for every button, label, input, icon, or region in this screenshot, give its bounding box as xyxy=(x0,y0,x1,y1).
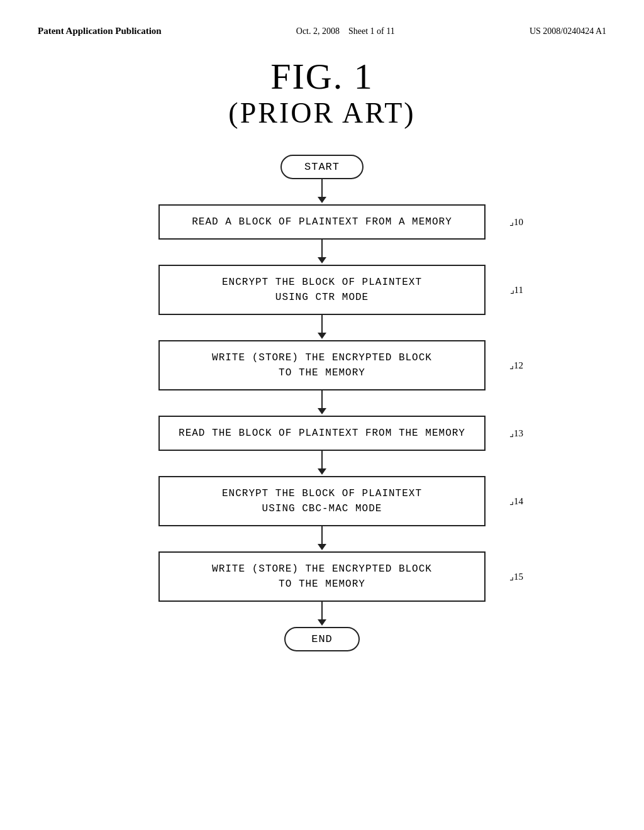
flowchart: START READ A BLOCK OF PLAINTEXT FROM A M… xyxy=(38,155,606,651)
step-13-box: READ THE BLOCK OF PLAINTEXT FROM THE MEM… xyxy=(158,416,486,451)
arrow-line xyxy=(321,240,323,257)
step-11-wrapper: ENCRYPT THE BLOCK OF PLAINTEXTUSING CTR … xyxy=(158,265,486,315)
step-12-label: ⌞12 xyxy=(509,360,523,371)
step-11-label: ⌞11 xyxy=(510,284,523,296)
arrow-head xyxy=(318,619,326,626)
arrow-2 xyxy=(318,240,326,265)
step-13-wrapper: READ THE BLOCK OF PLAINTEXT FROM THE MEM… xyxy=(158,416,486,451)
arrow-1 xyxy=(318,179,326,204)
arrow-line xyxy=(321,451,323,468)
header-date-sheet: Oct. 2, 2008 Sheet 1 of 11 xyxy=(296,25,395,36)
end-terminal: END xyxy=(284,627,360,651)
arrow-line xyxy=(321,315,323,333)
arrow-head xyxy=(318,333,326,339)
step-14-wrapper: ENCRYPT THE BLOCK OF PLAINTEXTUSING CBC-… xyxy=(158,476,486,526)
step-10-label: ⌞10 xyxy=(509,216,523,228)
header-publication-label: Patent Application Publication xyxy=(38,25,162,38)
figure-title-sub: (PRIOR ART) xyxy=(38,96,606,130)
step-10-wrapper: READ A BLOCK OF PLAINTEXT FROM A MEMORY … xyxy=(158,204,486,240)
step-13-label: ⌞13 xyxy=(509,428,523,439)
step-15-label: ⌞15 xyxy=(509,571,523,582)
arrow-head xyxy=(318,544,326,550)
step-12-wrapper: WRITE (STORE) THE ENCRYPTED BLOCKTO THE … xyxy=(158,340,486,390)
step-14-box: ENCRYPT THE BLOCK OF PLAINTEXTUSING CBC-… xyxy=(158,476,486,526)
arrow-line xyxy=(321,526,323,544)
header-patent-number: US 2008/0240424 A1 xyxy=(530,25,606,36)
start-terminal: START xyxy=(280,155,364,179)
step-14-label: ⌞14 xyxy=(509,495,523,507)
arrow-4 xyxy=(318,390,326,416)
figure-title: FIG. 1 (PRIOR ART) xyxy=(38,57,606,130)
arrow-7 xyxy=(318,602,326,627)
arrow-5 xyxy=(318,451,326,476)
arrow-line xyxy=(321,179,323,197)
page: Patent Application Publication Oct. 2, 2… xyxy=(0,0,644,830)
step-15-wrapper: WRITE (STORE) THE ENCRYPTED BLOCKTO THE … xyxy=(158,551,486,602)
arrow-head xyxy=(318,197,326,203)
arrow-6 xyxy=(318,526,326,551)
step-11-box: ENCRYPT THE BLOCK OF PLAINTEXTUSING CTR … xyxy=(158,265,486,315)
step-15-box: WRITE (STORE) THE ENCRYPTED BLOCKTO THE … xyxy=(158,551,486,602)
arrow-head xyxy=(318,257,326,263)
figure-title-main: FIG. 1 xyxy=(38,57,606,97)
arrow-line xyxy=(321,602,323,619)
arrow-head xyxy=(318,408,326,414)
arrow-3 xyxy=(318,315,326,340)
step-12-box: WRITE (STORE) THE ENCRYPTED BLOCKTO THE … xyxy=(158,340,486,390)
step-10-box: READ A BLOCK OF PLAINTEXT FROM A MEMORY xyxy=(158,204,486,240)
arrow-line xyxy=(321,390,323,408)
header: Patent Application Publication Oct. 2, 2… xyxy=(38,25,606,38)
header-date: Oct. 2, 2008 xyxy=(296,26,340,36)
arrow-head xyxy=(318,468,326,475)
header-sheet: Sheet 1 of 11 xyxy=(348,26,395,36)
